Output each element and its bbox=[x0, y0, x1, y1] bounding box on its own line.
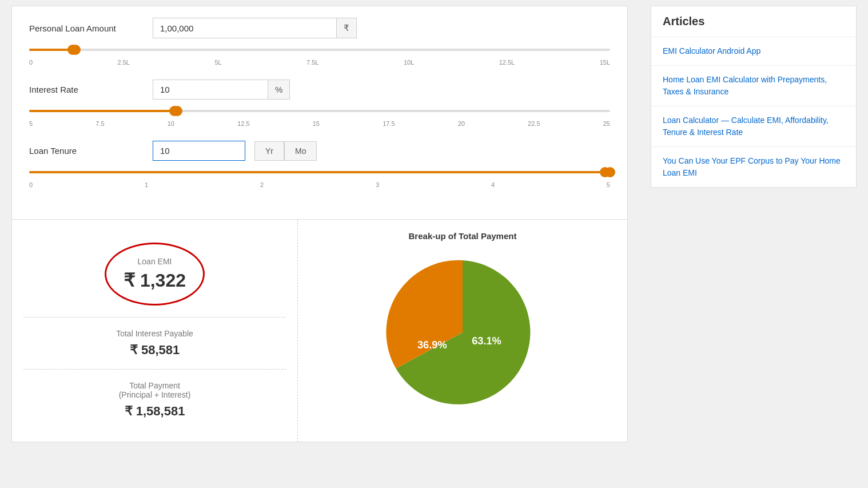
results-left: Loan EMI ₹ 1,322 Total Interest Payable … bbox=[12, 220, 298, 442]
total-payment-item: Total Payment (Principal + Interest) ₹ 1… bbox=[23, 369, 286, 430]
loan-amount-row: Personal Loan Amount ₹ bbox=[29, 18, 610, 38]
results-section: Loan EMI ₹ 1,322 Total Interest Payable … bbox=[11, 220, 628, 442]
interest-rate-slider-container: 5 7.5 10 12.5 15 17.5 20 22.5 25 bbox=[29, 105, 610, 127]
articles-section: Articles EMI Calculator Android App Home… bbox=[651, 6, 857, 188]
sidebar: Articles EMI Calculator Android App Home… bbox=[639, 0, 868, 488]
interest-rate-range[interactable] bbox=[29, 110, 610, 112]
loan-amount-symbol: ₹ bbox=[336, 18, 356, 38]
article-item-3[interactable]: You Can Use Your EPF Corpus to Pay Your … bbox=[651, 147, 856, 187]
pie-chart: 63.1% 36.9% bbox=[383, 252, 543, 412]
emi-box: Loan EMI ₹ 1,322 bbox=[105, 243, 205, 306]
loan-tenure-slider-labels: 0 1 2 3 4 5 bbox=[29, 181, 610, 188]
loan-amount-input-wrapper: ₹ bbox=[153, 18, 357, 38]
total-payment-label: Total Payment (Principal + Interest) bbox=[35, 381, 274, 399]
loan-tenure-input[interactable] bbox=[153, 141, 245, 160]
interest-rate-slider-labels: 5 7.5 10 12.5 15 17.5 20 22.5 25 bbox=[29, 120, 610, 127]
interest-rate-row: Interest Rate % bbox=[29, 80, 610, 100]
total-payment-value: ₹ 1,58,581 bbox=[35, 404, 274, 419]
loan-tenure-label: Loan Tenure bbox=[29, 146, 144, 156]
article-item-0[interactable]: EMI Calculator Android App bbox=[651, 37, 856, 66]
tenure-mo-button[interactable]: Mo bbox=[284, 141, 317, 161]
chart-title: Break-up of Total Payment bbox=[409, 231, 517, 241]
article-item-1[interactable]: Home Loan EMI Calculator with Prepayment… bbox=[651, 66, 856, 106]
loan-tenure-range[interactable] bbox=[29, 171, 610, 173]
loan-amount-input[interactable] bbox=[153, 19, 336, 38]
emi-label: Loan EMI bbox=[138, 257, 172, 266]
interest-rate-slider-track bbox=[29, 110, 610, 112]
article-item-2[interactable]: Loan Calculator — Calculate EMI, Afforda… bbox=[651, 106, 856, 147]
interest-payable-item: Total Interest Payable ₹ 58,581 bbox=[23, 317, 286, 369]
loan-amount-slider-wrapper bbox=[29, 44, 610, 55]
emi-wrapper: Loan EMI ₹ 1,322 bbox=[23, 231, 286, 317]
loan-tenure-slider-container: 0 1 2 3 4 5 bbox=[29, 166, 610, 188]
main-content: Personal Loan Amount ₹ 0 2.5L 5L 7.5L 10… bbox=[0, 0, 639, 488]
principal-label: 63.1% bbox=[472, 335, 501, 347]
loan-tenure-row: Loan Tenure Yr Mo bbox=[29, 141, 610, 161]
interest-rate-input[interactable] bbox=[153, 80, 268, 99]
interest-rate-symbol: % bbox=[268, 80, 289, 99]
loan-tenure-slider-wrapper bbox=[29, 166, 610, 178]
interest-rate-label: Interest Rate bbox=[29, 85, 144, 94]
interest-rate-input-wrapper: % bbox=[153, 80, 290, 100]
results-right: Break-up of Total Payment 63.1% 36.9% bbox=[298, 220, 627, 442]
interest-rate-slider-wrapper bbox=[29, 105, 610, 117]
loan-tenure-input-wrapper bbox=[153, 141, 245, 161]
loan-amount-slider-track bbox=[29, 49, 610, 51]
calculator-section: Personal Loan Amount ₹ 0 2.5L 5L 7.5L 10… bbox=[11, 6, 628, 220]
interest-label: 36.9% bbox=[417, 339, 447, 351]
emi-value: ₹ 1,322 bbox=[124, 269, 186, 291]
loan-amount-slider-container: 0 2.5L 5L 7.5L 10L 12.5L 15L bbox=[29, 44, 610, 66]
loan-amount-range[interactable] bbox=[29, 49, 610, 51]
tenure-yr-button[interactable]: Yr bbox=[254, 141, 284, 161]
interest-payable-value: ₹ 58,581 bbox=[35, 343, 274, 358]
loan-amount-slider-labels: 0 2.5L 5L 7.5L 10L 12.5L 15L bbox=[29, 59, 610, 66]
articles-title: Articles bbox=[651, 6, 856, 37]
loan-amount-label: Personal Loan Amount bbox=[29, 23, 144, 33]
tenure-buttons: Yr Mo bbox=[254, 141, 317, 161]
loan-tenure-slider-track bbox=[29, 171, 610, 173]
interest-payable-label: Total Interest Payable bbox=[35, 329, 274, 338]
